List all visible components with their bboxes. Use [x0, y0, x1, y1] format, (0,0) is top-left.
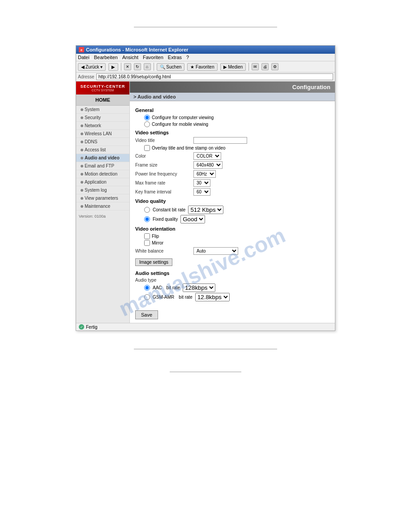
- gsm-bit-rate-select[interactable]: 12.8kbps: [195, 293, 230, 301]
- sidebar-item-motion-detection[interactable]: Motion detection: [76, 170, 129, 178]
- video-orientation-label: Video orientation: [135, 226, 330, 232]
- flip-checkbox[interactable]: [144, 233, 150, 239]
- aac-bit-rate-select[interactable]: 128kbps: [183, 283, 215, 292]
- media-button[interactable]: ▶ Medien: [220, 63, 246, 71]
- menu-datei[interactable]: Datei: [78, 55, 90, 60]
- radio-mobile[interactable]: [144, 121, 150, 127]
- refresh-icon[interactable]: ↻: [134, 63, 141, 70]
- key-frame-label: Key frame interval: [135, 189, 193, 194]
- sidebar-item-audio-video[interactable]: Audio and video: [76, 154, 129, 162]
- bottom-short-line: [170, 372, 241, 372]
- bullet-icon: [81, 173, 83, 176]
- mirror-checkbox[interactable]: [144, 240, 150, 246]
- color-label: Color: [135, 154, 193, 159]
- frame-size-row: Frame size 640x480: [135, 161, 330, 169]
- overlay-checkbox-row: Overlay title and time stamp on video: [144, 145, 330, 151]
- max-frame-rate-select[interactable]: 30: [193, 179, 210, 187]
- sidebar-item-system[interactable]: System: [76, 106, 129, 114]
- max-frame-rate-row: Max frame rate 30: [135, 179, 330, 187]
- flip-label: Flip: [152, 234, 159, 239]
- forward-button[interactable]: ▶: [108, 63, 118, 71]
- bullet-icon: [81, 124, 83, 127]
- gsm-bit-rate-label: bit rate: [179, 295, 193, 300]
- white-balance-select[interactable]: Auto: [193, 247, 238, 255]
- aac-label: AAC: [153, 285, 162, 290]
- menu-ansicht[interactable]: Ansicht: [122, 55, 138, 60]
- audio-settings-label: Audio settings: [135, 270, 330, 276]
- fixed-quality-row: Fixed quality Good: [144, 215, 330, 223]
- gsm-row: GSM-AMR bit rate 12.8kbps: [144, 293, 330, 301]
- favorites-button[interactable]: ★ Favoriten: [187, 63, 217, 71]
- bullet-icon: [81, 205, 83, 208]
- bullet-icon: [81, 133, 83, 135]
- radio-computer-row: Configure for computer viewing: [144, 115, 330, 120]
- color-select[interactable]: COLOR: [193, 152, 221, 160]
- fq-select[interactable]: Good: [180, 215, 205, 223]
- sidebar-item-email-ftp[interactable]: Email and FTP: [76, 162, 129, 170]
- back-button[interactable]: ◀ Zurück ▾: [78, 63, 106, 71]
- menu-favoriten[interactable]: Favoriten: [143, 55, 163, 60]
- sidebar-item-ddns[interactable]: DDNS: [76, 138, 129, 146]
- bottom-divider-line: [134, 349, 277, 349]
- mirror-row: Mirror: [144, 240, 330, 246]
- radio-computer[interactable]: [144, 115, 150, 120]
- color-row: Color COLOR: [135, 152, 330, 160]
- logo-sub: CCTV SYSTEM: [78, 89, 128, 92]
- sidebar-item-access-list[interactable]: Access list: [76, 146, 129, 154]
- radio-fixed-quality[interactable]: [144, 216, 150, 222]
- video-title-row: Video title: [135, 137, 330, 144]
- sidebar-item-application[interactable]: Application: [76, 178, 129, 186]
- panel-header: Configuration: [130, 82, 335, 93]
- menu-bearbeiten[interactable]: Bearbeiten: [94, 55, 118, 60]
- flip-row: Flip: [144, 233, 330, 239]
- image-settings-button[interactable]: Image settings: [135, 258, 172, 266]
- sidebar: SECURITY-CENTER CCTV SYSTEM HOME System …: [76, 82, 130, 323]
- toolbar-separator-3: [248, 63, 249, 71]
- bullet-icon: [81, 181, 83, 184]
- browser-title: Configurations - Microsoft Internet Expl…: [86, 47, 188, 52]
- menu-help[interactable]: ?: [186, 55, 189, 60]
- address-input[interactable]: [96, 73, 333, 80]
- radio-cbr[interactable]: [144, 207, 150, 213]
- bullet-icon: [81, 165, 83, 167]
- overlay-checkbox[interactable]: [144, 145, 150, 151]
- sidebar-home[interactable]: HOME: [76, 94, 129, 106]
- stop-icon[interactable]: ✕: [124, 63, 131, 70]
- toolbar: ◀ Zurück ▾ ▶ ✕ ↻ ⌂ 🔍 Suchen ★ Favoriten …: [76, 61, 335, 73]
- sidebar-item-system-log[interactable]: System log: [76, 186, 129, 194]
- overlay-label: Overlay title and time stamp on video: [152, 146, 226, 150]
- general-label: General: [135, 107, 330, 113]
- status-bar: ✓ Fertig: [76, 323, 335, 330]
- back-icon: ◀: [81, 64, 85, 69]
- power-freq-select[interactable]: 60Hz: [193, 170, 216, 178]
- key-frame-select[interactable]: 60: [193, 188, 210, 196]
- browser-window: e Configurations - Microsoft Internet Ex…: [76, 45, 335, 331]
- menu-extras[interactable]: Extras: [168, 55, 182, 60]
- sidebar-item-wireless-lan[interactable]: Wireless LAN: [76, 130, 129, 138]
- key-frame-row: Key frame interval 60: [135, 188, 330, 196]
- bullet-icon: [81, 141, 83, 143]
- cbr-select[interactable]: 512 Kbps: [188, 206, 223, 214]
- sidebar-item-network[interactable]: Network: [76, 122, 129, 130]
- sidebar-item-security[interactable]: Security: [76, 114, 129, 122]
- radio-gsm[interactable]: [144, 294, 150, 300]
- search-button[interactable]: 🔍 Suchen: [157, 63, 185, 71]
- save-wrapper: Save: [135, 306, 330, 319]
- bullet-icon: [81, 116, 83, 119]
- home-icon[interactable]: ⌂: [144, 63, 151, 70]
- print-icon[interactable]: 🖨: [261, 63, 269, 70]
- aac-bit-rate-label: bit rate: [167, 285, 180, 290]
- menu-bar: Datei Bearbeiten Ansicht Favoriten Extra…: [76, 54, 335, 61]
- white-balance-label: White balance: [135, 249, 193, 253]
- video-title-input[interactable]: [193, 137, 247, 144]
- frame-size-select[interactable]: 640x480: [193, 161, 223, 169]
- mail-icon[interactable]: ✉: [252, 63, 259, 70]
- top-divider-line: [134, 27, 277, 27]
- sidebar-item-view-parameters[interactable]: View parameters: [76, 194, 129, 202]
- toolbar-separator-2: [154, 63, 154, 71]
- settings-icon[interactable]: ⚙: [271, 63, 278, 70]
- radio-aac[interactable]: [144, 285, 150, 291]
- save-button[interactable]: Save: [135, 310, 158, 319]
- sidebar-item-maintenance[interactable]: Maintenance: [76, 202, 129, 210]
- constant-bit-rate-row: Constant bit rate 512 Kbps: [144, 206, 330, 214]
